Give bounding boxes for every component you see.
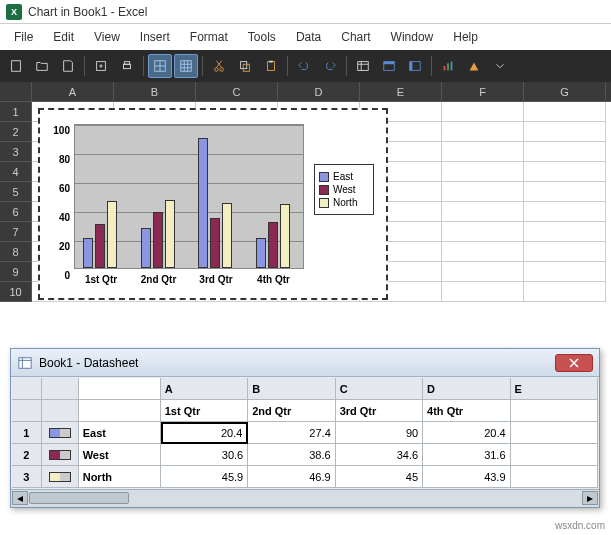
ds-header[interactable]: 3rd Qtr xyxy=(336,400,423,422)
select-all-corner[interactable] xyxy=(0,82,32,101)
row-header-3[interactable]: 3 xyxy=(0,142,32,162)
bar-east[interactable] xyxy=(256,238,266,268)
row-header-7[interactable]: 7 xyxy=(0,222,32,242)
bar-east[interactable] xyxy=(141,228,151,268)
menu-file[interactable]: File xyxy=(4,26,43,48)
cell[interactable] xyxy=(524,122,606,142)
more-icon[interactable] xyxy=(488,54,512,78)
menu-data[interactable]: Data xyxy=(286,26,331,48)
datasheet-grid[interactable]: ABCDE1st Qtr2nd Qtr3rd Qtr4th Qtr1East20… xyxy=(12,378,598,488)
ds-cell[interactable]: 45 xyxy=(336,466,423,488)
bar-west[interactable] xyxy=(95,224,105,268)
datasheet-icon[interactable] xyxy=(351,54,375,78)
copy-icon[interactable] xyxy=(233,54,257,78)
ds-rowh[interactable] xyxy=(12,400,42,422)
bar-north[interactable] xyxy=(280,204,290,268)
bar-west[interactable] xyxy=(153,212,163,268)
cell[interactable] xyxy=(524,142,606,162)
chart-type-icon[interactable] xyxy=(436,54,460,78)
cell[interactable] xyxy=(524,102,606,122)
ds-rownum[interactable]: 1 xyxy=(12,422,42,444)
cell[interactable] xyxy=(524,202,606,222)
cell[interactable] xyxy=(524,162,606,182)
ds-cell[interactable]: 34.6 xyxy=(336,444,423,466)
scroll-left-icon[interactable]: ◂ xyxy=(12,491,28,505)
cells-area[interactable]: 020406080100 1st Qtr2nd Qtr3rd Qtr4th Qt… xyxy=(32,102,611,302)
cell[interactable] xyxy=(442,242,524,262)
row-header-8[interactable]: 8 xyxy=(0,242,32,262)
row-header-2[interactable]: 2 xyxy=(0,122,32,142)
cell[interactable] xyxy=(442,202,524,222)
cell[interactable] xyxy=(442,222,524,242)
cell[interactable] xyxy=(524,262,606,282)
bar-north[interactable] xyxy=(165,200,175,268)
series-color-icon[interactable] xyxy=(42,444,79,466)
cell[interactable] xyxy=(442,142,524,162)
ds-empty[interactable] xyxy=(79,378,161,400)
scroll-right-icon[interactable]: ▸ xyxy=(582,491,598,505)
ds-col-E[interactable]: E xyxy=(511,378,598,400)
cell[interactable] xyxy=(442,102,524,122)
horizontal-scrollbar[interactable]: ◂ ▸ xyxy=(11,489,599,507)
series-color-icon[interactable] xyxy=(42,466,79,488)
datasheet-window[interactable]: Book1 - Datasheet ABCDE1st Qtr2nd Qtr3rd… xyxy=(10,348,600,508)
ds-col-A[interactable]: A xyxy=(161,378,248,400)
paste-icon[interactable] xyxy=(259,54,283,78)
col-header-B[interactable]: B xyxy=(114,82,196,101)
cell[interactable] xyxy=(442,262,524,282)
ds-rownum[interactable]: 2 xyxy=(12,444,42,466)
cell[interactable] xyxy=(442,122,524,142)
ds-cell[interactable]: 31.6 xyxy=(423,444,510,466)
grid1-icon[interactable] xyxy=(148,54,172,78)
ds-cell[interactable]: 38.6 xyxy=(248,444,335,466)
ds-col-C[interactable]: C xyxy=(336,378,423,400)
col-header-E[interactable]: E xyxy=(360,82,442,101)
byrow-icon[interactable] xyxy=(377,54,401,78)
ds-header[interactable]: 2nd Qtr xyxy=(248,400,335,422)
row-header-1[interactable]: 1 xyxy=(0,102,32,122)
fill-icon[interactable] xyxy=(462,54,486,78)
ds-header[interactable]: 4th Qtr xyxy=(423,400,510,422)
legend[interactable]: EastWestNorth xyxy=(314,164,374,215)
ds-cell[interactable] xyxy=(511,444,598,466)
ds-cell[interactable] xyxy=(511,466,598,488)
menu-help[interactable]: Help xyxy=(443,26,488,48)
ds-series-name[interactable]: West xyxy=(79,444,161,466)
ds-corner[interactable] xyxy=(12,378,42,400)
bycol-icon[interactable] xyxy=(403,54,427,78)
cell[interactable] xyxy=(524,282,606,302)
cell[interactable] xyxy=(524,182,606,202)
ds-corner2[interactable] xyxy=(42,378,79,400)
menu-insert[interactable]: Insert xyxy=(130,26,180,48)
chart-object[interactable]: 020406080100 1st Qtr2nd Qtr3rd Qtr4th Qt… xyxy=(38,108,388,300)
ds-cell[interactable]: 45.9 xyxy=(161,466,248,488)
row-header-5[interactable]: 5 xyxy=(0,182,32,202)
row-header-10[interactable]: 10 xyxy=(0,282,32,302)
grid2-icon[interactable] xyxy=(174,54,198,78)
menu-window[interactable]: Window xyxy=(381,26,444,48)
row-header-6[interactable]: 6 xyxy=(0,202,32,222)
ds-header[interactable]: 1st Qtr xyxy=(161,400,248,422)
close-button[interactable] xyxy=(555,354,593,372)
menu-format[interactable]: Format xyxy=(180,26,238,48)
series-color-icon[interactable] xyxy=(42,422,79,444)
cell[interactable] xyxy=(442,182,524,202)
cut-icon[interactable] xyxy=(207,54,231,78)
legend-item[interactable]: East xyxy=(319,171,369,182)
ds-series-empty[interactable] xyxy=(79,400,161,422)
redo-icon[interactable] xyxy=(318,54,342,78)
ds-series-name[interactable]: East xyxy=(79,422,161,444)
open-icon[interactable] xyxy=(30,54,54,78)
col-header-F[interactable]: F xyxy=(442,82,524,101)
ds-cell[interactable]: 46.9 xyxy=(248,466,335,488)
menu-tools[interactable]: Tools xyxy=(238,26,286,48)
bar-west[interactable] xyxy=(210,218,220,268)
ds-rownum[interactable]: 3 xyxy=(12,466,42,488)
cell[interactable] xyxy=(442,162,524,182)
undo-icon[interactable] xyxy=(292,54,316,78)
ds-cell[interactable]: 20.4 xyxy=(423,422,510,444)
ds-cell[interactable] xyxy=(511,422,598,444)
ds-cell[interactable]: 90 xyxy=(336,422,423,444)
bar-east[interactable] xyxy=(198,138,208,269)
ds-col-D[interactable]: D xyxy=(423,378,510,400)
